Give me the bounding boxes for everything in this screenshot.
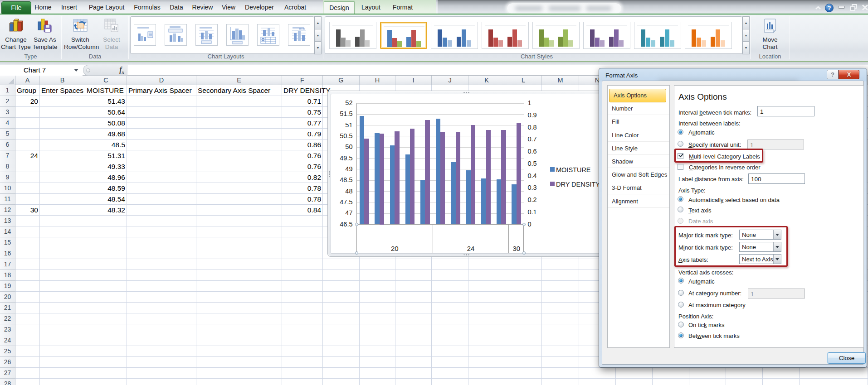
legend-label-dry-density[interactable]: DRY DENSITY <box>556 181 600 188</box>
automatic-interval-radio[interactable] <box>678 129 683 135</box>
bar-moisture-10[interactable] <box>497 179 501 224</box>
bar-moisture-5[interactable] <box>420 180 425 224</box>
bar-dry-density-4[interactable] <box>410 129 414 224</box>
column-header-A[interactable]: A <box>15 76 40 85</box>
row-header-28[interactable]: 28 <box>0 379 15 385</box>
chart-style-option-7[interactable] <box>634 22 681 49</box>
select-all-corner[interactable] <box>0 76 15 85</box>
cell-F12[interactable]: 0.84 <box>283 206 321 214</box>
on-ticks-label[interactable]: On tick marks <box>688 322 724 328</box>
chart-layout-option-3[interactable] <box>195 24 218 46</box>
layouts-scroll-up-icon[interactable]: ▲ <box>314 16 322 29</box>
row-header-19[interactable]: 19 <box>0 281 15 292</box>
column-header-H[interactable]: H <box>360 76 395 85</box>
select-data-button[interactable]: SelectData <box>97 16 127 56</box>
column-header-F[interactable]: F <box>282 76 323 85</box>
styles-scroll-down-icon[interactable]: ▼ <box>742 29 750 42</box>
change-chart-type-button[interactable]: ChangeChart Type <box>1 16 31 56</box>
row-header-14[interactable]: 14 <box>0 226 15 237</box>
cell-C3[interactable]: 50.64 <box>87 108 125 116</box>
tab-view[interactable]: View <box>217 1 240 14</box>
bar-moisture-2[interactable] <box>375 133 379 224</box>
bar-moisture-9[interactable] <box>481 178 486 225</box>
row-header-20[interactable]: 20 <box>0 292 15 303</box>
chart-object[interactable]: 46.54747.54848.54949.55050.55151.55200.1… <box>327 91 605 257</box>
chart-style-option-1[interactable] <box>329 22 376 49</box>
cell-C7[interactable]: 51.31 <box>87 152 125 160</box>
tab-review[interactable]: Review <box>188 1 217 14</box>
cell-C10[interactable]: 48.59 <box>87 184 125 192</box>
auto-select-radio[interactable] <box>678 196 683 202</box>
column-header-M[interactable]: M <box>542 76 579 85</box>
automatic-interval-label[interactable]: Automatic <box>688 129 715 136</box>
dialog-nav-line-color[interactable]: Line Color <box>608 129 669 142</box>
row-header-16[interactable]: 16 <box>0 248 15 259</box>
row-header-1[interactable]: 1 <box>0 85 15 96</box>
reverse-order-label[interactable]: Categories in reverse order <box>689 164 761 171</box>
tab-insert[interactable]: Insert <box>54 1 84 14</box>
cell-F8[interactable]: 0.76 <box>283 163 321 171</box>
chart-layout-option-5[interactable] <box>257 24 279 46</box>
auto-select-label[interactable]: Automatically select based on data <box>688 197 780 203</box>
chart-layout-option-1[interactable] <box>134 24 156 46</box>
bar-dry-density-10[interactable] <box>501 130 506 225</box>
close-button[interactable]: Close <box>828 352 866 364</box>
row-header-13[interactable]: 13 <box>0 216 15 226</box>
row-header-2[interactable]: 2 <box>0 96 15 107</box>
tab-page-layout[interactable]: Page Layout <box>84 1 129 14</box>
label-distance-input[interactable] <box>748 173 805 184</box>
cell-A2[interactable]: 20 <box>17 97 38 106</box>
at-category-label[interactable]: At category number: <box>688 290 741 297</box>
cell-C9[interactable]: 48.96 <box>87 173 125 182</box>
cell-F5[interactable]: 0.79 <box>283 130 321 138</box>
column-header-K[interactable]: K <box>468 76 505 85</box>
chart-style-option-3[interactable] <box>431 22 478 49</box>
cell-F6[interactable]: 0.86 <box>283 141 321 149</box>
row-header-24[interactable]: 24 <box>0 335 15 346</box>
bar-moisture-4[interactable] <box>405 154 410 225</box>
at-max-label[interactable]: At maximum category <box>688 302 746 308</box>
tab-format[interactable]: Format <box>387 1 418 14</box>
dialog-help-button[interactable]: ? <box>827 70 839 79</box>
specify-interval-radio[interactable] <box>678 141 683 147</box>
dialog-nav-axis-options[interactable]: Axis Options <box>609 89 666 102</box>
legend-swatch-dry-density[interactable] <box>550 182 555 186</box>
cell-F11[interactable]: 0.78 <box>283 195 321 203</box>
date-axis-radio[interactable] <box>678 218 683 224</box>
chart-style-option-6[interactable] <box>583 22 630 49</box>
tab-acrobat[interactable]: Acrobat <box>279 1 312 14</box>
between-ticks-radio[interactable] <box>678 332 684 338</box>
column-header-C[interactable]: C <box>85 76 127 85</box>
bar-dry-density-2[interactable] <box>380 134 384 225</box>
bar-dry-density-6[interactable] <box>440 132 445 224</box>
chart-style-option-2[interactable] <box>380 22 427 49</box>
tab-file[interactable]: File <box>1 1 31 14</box>
cell-F2[interactable]: 0.71 <box>283 97 321 106</box>
tab-developer[interactable]: Developer <box>240 1 279 14</box>
cell-F3[interactable]: 0.75 <box>283 108 321 116</box>
chart-style-option-8[interactable] <box>685 22 732 49</box>
dialog-nav-glow-and-soft-edges[interactable]: Glow and Soft Edges <box>608 168 669 181</box>
collapse-ribbon-icon[interactable] <box>815 5 821 13</box>
cell-A7[interactable]: 24 <box>17 152 38 160</box>
row-header-18[interactable]: 18 <box>0 270 15 281</box>
layouts-more-icon[interactable]: ▼ <box>314 41 322 54</box>
row-header-12[interactable]: 12 <box>0 205 15 216</box>
chart-layout-option-4[interactable] <box>226 24 249 46</box>
tab-layout[interactable]: Layout <box>356 1 386 14</box>
row-header-9[interactable]: 9 <box>0 172 15 183</box>
dialog-nav-fill[interactable]: Fill <box>608 115 669 128</box>
dialog-close-button[interactable]: X <box>839 70 859 79</box>
specify-interval-input[interactable] <box>747 140 804 149</box>
row-header-4[interactable]: 4 <box>0 118 15 129</box>
minimize-icon[interactable] <box>838 6 845 9</box>
tab-formulas[interactable]: Formulas <box>129 1 165 14</box>
interval-ticks-input[interactable] <box>757 106 814 116</box>
bar-moisture-6[interactable] <box>436 119 440 225</box>
category-group-label-20[interactable]: 20 <box>357 245 433 252</box>
row-header-23[interactable]: 23 <box>0 324 15 335</box>
styles-more-icon[interactable]: ▼ <box>742 41 750 54</box>
row-header-21[interactable]: 21 <box>0 303 15 313</box>
dialog-nav-alignment[interactable]: Alignment <box>608 195 669 208</box>
dialog-nav-line-style[interactable]: Line Style <box>608 142 669 155</box>
